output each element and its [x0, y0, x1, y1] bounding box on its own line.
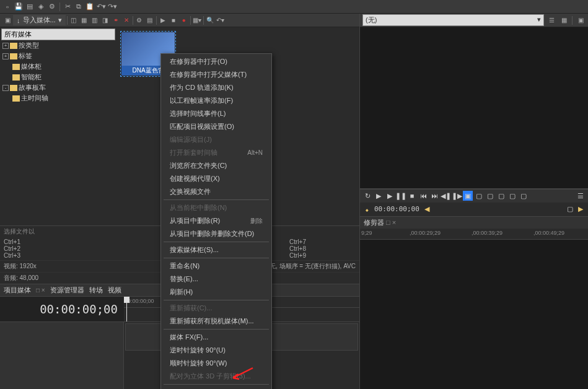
tree-node-media-bin[interactable]: 媒体柜: [1, 61, 115, 72]
separator: [190, 16, 191, 25]
next-icon[interactable]: ⏭: [429, 191, 439, 201]
stop-icon[interactable]: ■: [407, 191, 417, 201]
search-icon[interactable]: 🔍: [205, 15, 215, 25]
play-reverse-icon[interactable]: ▶: [374, 191, 384, 201]
tool-icon[interactable]: ▢: [485, 191, 495, 201]
save-icon[interactable]: 💾: [14, 2, 24, 12]
gear-icon[interactable]: ⚙: [134, 15, 144, 25]
trim-ruler[interactable]: 9;29 ,00:00:29;29 ,00:00:39;29 ,00:00:49…: [360, 229, 588, 240]
expand-toggle-icon[interactable]: +: [2, 53, 9, 59]
gear-icon[interactable]: ⚙: [47, 2, 57, 12]
folder-icon: [12, 74, 20, 81]
media-tree: 所有媒体 + 按类型 + 标签 媒体柜: [0, 27, 116, 225]
pause-icon[interactable]: ❚❚: [396, 191, 406, 201]
trim-timeline-area[interactable]: 9;29 ,00:00:29;29 ,00:00:39;29 ,00:00:49…: [360, 229, 588, 390]
preview-select[interactable]: (无) ▾: [362, 14, 544, 26]
tab-detach-icon[interactable]: □ ×: [36, 287, 45, 294]
folder-icon[interactable]: ▤: [25, 2, 35, 12]
mark-in-icon[interactable]: ▣: [463, 191, 473, 201]
step-back-icon[interactable]: ◀❚: [441, 191, 450, 201]
context-menu-item[interactable]: 创建视频代理(X): [161, 172, 271, 185]
context-menu-item[interactable]: 以工程帧速率添加(F): [161, 94, 271, 107]
undo-small-icon[interactable]: ↶▾: [216, 15, 226, 25]
context-menu-item[interactable]: 选择时间线事件(L): [161, 107, 271, 120]
tab-transitions[interactable]: 转场: [89, 286, 103, 295]
import-media-button[interactable]: ↓ 导入媒体... ▾: [13, 15, 66, 25]
tree-label: 按类型: [19, 41, 39, 50]
collapse-toggle-icon[interactable]: -: [2, 85, 9, 91]
tool-icon-2[interactable]: ▦: [79, 15, 89, 25]
tree-node-tags[interactable]: + 标签: [1, 51, 115, 61]
context-menu-item[interactable]: 浏览所在文件夹(C): [161, 159, 271, 172]
cut-icon[interactable]: ✂: [63, 2, 72, 12]
expand-toggle-icon[interactable]: +: [2, 43, 9, 49]
tool-icon-1[interactable]: ◫: [69, 15, 79, 25]
context-menu-item: 配对为立体 3D 子剪辑(3)...: [161, 370, 271, 383]
trim-marker-c-icon[interactable]: ▶: [578, 205, 583, 213]
new-file-icon[interactable]: ▫: [2, 2, 12, 12]
tool-close-icon[interactable]: ✕: [121, 15, 131, 25]
stop-icon[interactable]: ■: [169, 15, 178, 25]
context-menu-item[interactable]: 重新捕获所有脱机媒体(M)...: [161, 315, 271, 328]
folder-icon: [10, 53, 17, 59]
view-icon[interactable]: ▦▾: [192, 15, 202, 25]
tree-header[interactable]: 所有媒体: [1, 28, 115, 40]
paste-icon[interactable]: 📋: [85, 2, 95, 12]
context-menu-item[interactable]: 顺时针旋转 90°(W): [161, 357, 271, 370]
tool-icon[interactable]: ▢: [507, 191, 517, 201]
redo-icon[interactable]: ↷▾: [107, 2, 117, 12]
loop-icon[interactable]: ↻: [362, 191, 372, 201]
tool-link-icon[interactable]: ⚭: [111, 15, 121, 25]
play-icon[interactable]: ▶: [158, 15, 168, 25]
context-menu-item[interactable]: 媒体 FX(F)...: [161, 331, 271, 344]
context-menu-item[interactable]: 作为 CD 轨道添加(K): [161, 81, 271, 94]
grid-icon[interactable]: ▦: [559, 15, 569, 25]
context-menu-item[interactable]: 替换(E)...: [161, 273, 271, 286]
tool-icon-3[interactable]: ▥: [90, 15, 100, 25]
marker-icon[interactable]: ⬥: [365, 206, 369, 213]
context-menu-item[interactable]: 逆时针旋转 90°(U): [161, 344, 271, 357]
list-icon[interactable]: ☰: [546, 15, 556, 25]
playhead[interactable]: [126, 297, 127, 321]
tree-node-main-timeline[interactable]: 主时间轴: [1, 93, 115, 103]
context-menu-item[interactable]: 搜索媒体柜(S)...: [161, 243, 271, 256]
menu-icon[interactable]: ☰: [576, 191, 586, 201]
context-menu-item[interactable]: 在修剪器中打开(O): [161, 55, 271, 68]
prev-icon[interactable]: ⏮: [418, 191, 428, 201]
context-menu-item[interactable]: 交换视频文件: [161, 185, 271, 198]
context-menu-item[interactable]: 刷新(H): [161, 286, 271, 299]
timecode-display[interactable]: 00:00:00;00: [0, 297, 124, 321]
database-icon[interactable]: ▤: [145, 15, 155, 25]
context-menu-item[interactable]: 匹配项目视频设置(O): [161, 120, 271, 133]
context-menu-item[interactable]: 从项目中删除并删除文件(D): [161, 227, 271, 240]
tree-node-storyboard[interactable]: - 故事板车: [1, 82, 115, 93]
tool-icon-4[interactable]: ◨: [100, 15, 110, 25]
tab-project-media[interactable]: 项目媒体: [4, 286, 31, 295]
trim-timecode[interactable]: 00:00:00;00: [374, 205, 419, 213]
monitor-icon[interactable]: ▣: [576, 15, 586, 25]
tab-detach-icon[interactable]: □ ×: [386, 219, 396, 226]
panel-icon[interactable]: ▣: [2, 15, 12, 25]
trim-marker-b-icon[interactable]: ▢: [567, 205, 573, 213]
tab-video[interactable]: 视频: [108, 286, 121, 295]
step-fwd-icon[interactable]: ❚▶: [452, 191, 462, 201]
trim-marker-a-icon[interactable]: ◀: [424, 205, 429, 213]
context-menu-separator: [164, 242, 269, 242]
context-menu-item[interactable]: 从项目中删除(R)删除: [161, 214, 271, 227]
trim-tab[interactable]: 修剪器 □ ×: [360, 216, 588, 229]
mark-out-icon[interactable]: ▢: [474, 191, 484, 201]
tree-node-by-type[interactable]: + 按类型: [1, 40, 115, 51]
record-icon[interactable]: ●: [179, 15, 189, 25]
play-icon[interactable]: ▶: [385, 191, 395, 201]
playhead-marker-icon[interactable]: [124, 297, 129, 303]
undo-icon[interactable]: ↶▾: [96, 2, 106, 12]
context-menu-item[interactable]: 在修剪器中打开父媒体(T): [161, 68, 271, 81]
tool-icon[interactable]: ▢: [496, 191, 506, 201]
context-menu-item[interactable]: 重命名(N): [161, 260, 271, 273]
settings-icon[interactable]: ◈: [36, 2, 46, 12]
tool-icon[interactable]: ▢: [519, 191, 529, 201]
preview-viewport[interactable]: [360, 27, 588, 189]
tab-resource-manager[interactable]: 资源管理器: [50, 286, 84, 295]
copy-icon[interactable]: ⧉: [74, 2, 84, 12]
tree-node-smart-bin[interactable]: 智能柜: [1, 72, 115, 82]
